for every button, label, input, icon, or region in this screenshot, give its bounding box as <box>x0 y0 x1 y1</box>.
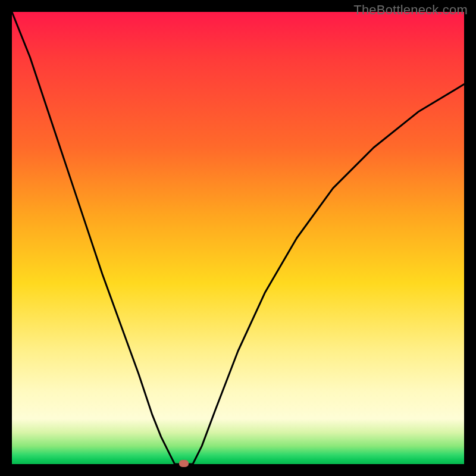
plot-area <box>12 12 464 464</box>
watermark-label: TheBottleneck.com <box>353 2 468 18</box>
curve-path <box>12 12 464 464</box>
chart-frame: TheBottleneck.com <box>0 0 476 476</box>
bottleneck-curve <box>12 12 464 464</box>
optimal-point-marker <box>179 460 189 467</box>
